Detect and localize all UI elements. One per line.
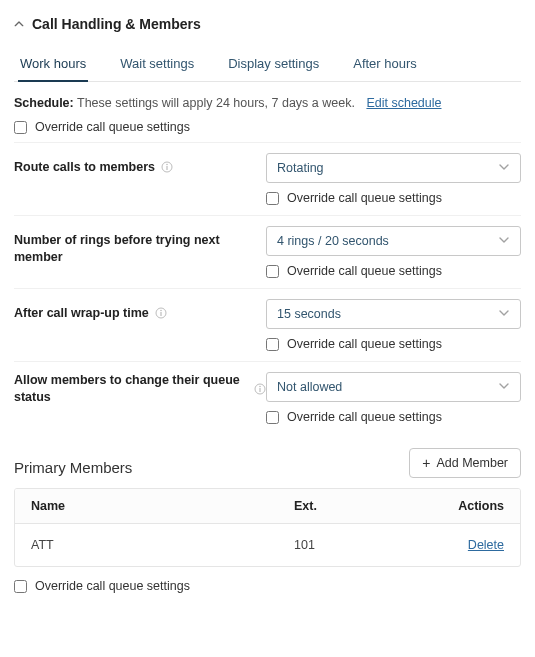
setting-wrapup-time: After call wrap-up time 15 seconds Overr… bbox=[14, 289, 521, 362]
setting-wrapup-label: After call wrap-up time bbox=[14, 299, 266, 322]
rings-override-checkbox[interactable]: Override call queue settings bbox=[266, 264, 521, 278]
chevron-up-icon[interactable] bbox=[14, 19, 24, 29]
setting-allow-change: Allow members to change their queue stat… bbox=[14, 362, 521, 434]
tab-wait-settings[interactable]: Wait settings bbox=[120, 48, 194, 81]
route-override-checkbox-label: Override call queue settings bbox=[287, 191, 442, 205]
tabs: Work hours Wait settings Display setting… bbox=[14, 44, 521, 82]
allow-change-override-checkbox[interactable]: Override call queue settings bbox=[266, 410, 521, 424]
wrapup-select[interactable]: 15 seconds bbox=[266, 299, 521, 329]
tab-after-hours[interactable]: After hours bbox=[353, 48, 417, 81]
allow-change-override-checkbox-label: Override call queue settings bbox=[287, 410, 442, 424]
panel-title: Call Handling & Members bbox=[32, 16, 201, 32]
wrapup-value: 15 seconds bbox=[277, 307, 341, 321]
info-icon[interactable] bbox=[155, 307, 167, 319]
call-handling-panel: Call Handling & Members Work hours Wait … bbox=[0, 0, 535, 657]
allow-change-override-checkbox-input[interactable] bbox=[266, 411, 279, 424]
members-section-title: Primary Members bbox=[14, 459, 132, 476]
add-member-button[interactable]: + Add Member bbox=[409, 448, 521, 478]
svg-point-1 bbox=[166, 164, 168, 166]
setting-route-calls-label: Route calls to members bbox=[14, 153, 266, 176]
override-checkbox-top[interactable]: Override call queue settings bbox=[14, 118, 521, 136]
rings-override-checkbox-input[interactable] bbox=[266, 265, 279, 278]
schedule-info: Schedule: These settings will apply 24 h… bbox=[14, 82, 521, 118]
rings-select[interactable]: 4 rings / 20 seconds bbox=[266, 226, 521, 256]
route-override-checkbox-input[interactable] bbox=[266, 192, 279, 205]
col-name: Name bbox=[31, 499, 294, 513]
chevron-down-icon bbox=[498, 161, 510, 176]
tab-work-hours[interactable]: Work hours bbox=[20, 48, 86, 81]
setting-allow-change-label: Allow members to change their queue stat… bbox=[14, 372, 266, 406]
schedule-label: Schedule: bbox=[14, 96, 74, 110]
col-ext: Ext. bbox=[294, 499, 414, 513]
svg-rect-5 bbox=[160, 312, 161, 316]
schedule-text: These settings will apply 24 hours, 7 da… bbox=[77, 96, 355, 110]
table-row: ATT 101 Delete bbox=[15, 524, 520, 566]
chevron-down-icon bbox=[498, 380, 510, 395]
info-icon[interactable] bbox=[161, 161, 173, 173]
rings-value: 4 rings / 20 seconds bbox=[277, 234, 389, 248]
add-member-label: Add Member bbox=[436, 456, 508, 470]
override-checkbox-bottom-input[interactable] bbox=[14, 580, 27, 593]
delete-link[interactable]: Delete bbox=[468, 538, 504, 552]
info-icon[interactable] bbox=[254, 383, 266, 395]
table-header: Name Ext. Actions bbox=[15, 489, 520, 524]
plus-icon: + bbox=[422, 456, 430, 470]
override-checkbox-bottom[interactable]: Override call queue settings bbox=[14, 567, 521, 595]
wrapup-override-checkbox-label: Override call queue settings bbox=[287, 337, 442, 351]
chevron-down-icon bbox=[498, 234, 510, 249]
chevron-down-icon bbox=[498, 307, 510, 322]
svg-rect-8 bbox=[259, 388, 260, 392]
panel-header: Call Handling & Members bbox=[14, 14, 521, 42]
override-checkbox-top-input[interactable] bbox=[14, 121, 27, 134]
members-section-header: Primary Members + Add Member bbox=[14, 434, 521, 488]
svg-point-4 bbox=[160, 310, 162, 312]
rings-override-checkbox-label: Override call queue settings bbox=[287, 264, 442, 278]
route-calls-select[interactable]: Rotating bbox=[266, 153, 521, 183]
wrapup-override-checkbox[interactable]: Override call queue settings bbox=[266, 337, 521, 351]
wrapup-override-checkbox-input[interactable] bbox=[266, 338, 279, 351]
member-name: ATT bbox=[31, 538, 294, 552]
svg-rect-2 bbox=[166, 166, 167, 170]
route-override-checkbox[interactable]: Override call queue settings bbox=[266, 191, 521, 205]
override-checkbox-bottom-label: Override call queue settings bbox=[35, 579, 190, 593]
setting-number-of-rings: Number of rings before trying next membe… bbox=[14, 216, 521, 289]
setting-rings-label: Number of rings before trying next membe… bbox=[14, 226, 266, 266]
setting-route-calls: Route calls to members Rotating Override… bbox=[14, 143, 521, 216]
member-ext: 101 bbox=[294, 538, 414, 552]
edit-schedule-link[interactable]: Edit schedule bbox=[366, 96, 441, 110]
svg-point-7 bbox=[259, 386, 261, 388]
override-checkbox-top-label: Override call queue settings bbox=[35, 120, 190, 134]
allow-change-select[interactable]: Not allowed bbox=[266, 372, 521, 402]
route-calls-value: Rotating bbox=[277, 161, 324, 175]
tab-content: Schedule: These settings will apply 24 h… bbox=[14, 82, 521, 643]
allow-change-value: Not allowed bbox=[277, 380, 342, 394]
tab-display-settings[interactable]: Display settings bbox=[228, 48, 319, 81]
members-table: Name Ext. Actions ATT 101 Delete bbox=[14, 488, 521, 567]
col-actions: Actions bbox=[414, 499, 504, 513]
